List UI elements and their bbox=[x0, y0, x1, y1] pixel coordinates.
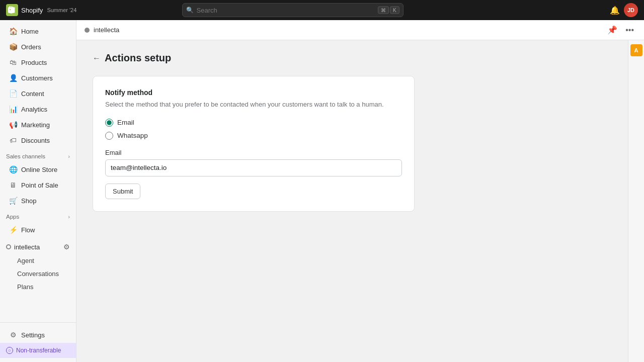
intellecta-dot-inner bbox=[7, 245, 10, 248]
discounts-icon: 🏷 bbox=[9, 136, 17, 144]
sidebar-item-content-label: Content bbox=[21, 90, 44, 98]
home-icon: 🏠 bbox=[9, 27, 17, 35]
shopify-label: Shopify bbox=[21, 7, 43, 14]
sidebar-item-online-store-label: Online Store bbox=[21, 166, 57, 173]
non-transferable-icon: ○ bbox=[6, 347, 13, 354]
page-title: Actions setup bbox=[105, 52, 171, 64]
apps-chevron[interactable]: › bbox=[68, 214, 70, 220]
sidebar-item-home[interactable]: 🏠 Home bbox=[3, 24, 73, 39]
sidebar-item-customers-label: Customers bbox=[21, 74, 53, 82]
sidebar-item-conversations[interactable]: Conversations bbox=[3, 267, 73, 280]
pin-button[interactable]: 📌 bbox=[605, 23, 619, 37]
breadcrumb-dot bbox=[85, 28, 90, 33]
radio-email-option[interactable]: Email bbox=[105, 119, 402, 127]
summer-badge: Summer '24 bbox=[47, 7, 76, 13]
radio-whatsapp-input[interactable] bbox=[105, 132, 113, 140]
intellecta-label-wrap: intellecta bbox=[6, 243, 40, 251]
sidebar-nav: 🏠 Home 📦 Orders 🛍 Products 👤 Customers 📄… bbox=[0, 20, 76, 322]
card-description: Select the method that you prefer to be … bbox=[105, 100, 402, 110]
content-area: ← Actions setup Notify method Select the… bbox=[76, 40, 628, 362]
sidebar-item-discounts-label: Discounts bbox=[21, 137, 50, 144]
sidebar-item-discounts[interactable]: 🏷 Discounts bbox=[3, 133, 73, 148]
topbar: Shopify Summer '24 🔍 ⌘ K 🔔 JD bbox=[0, 0, 644, 20]
email-input[interactable] bbox=[105, 159, 402, 176]
sidebar-item-marketing[interactable]: 📢 Marketing bbox=[3, 117, 73, 132]
sidebar-footer: ⚙ Settings ○ Non-transferable bbox=[0, 322, 76, 362]
sidebar-item-home-label: Home bbox=[21, 28, 39, 35]
shopify-icon bbox=[6, 4, 18, 16]
shopify-logo: Shopify Summer '24 bbox=[6, 4, 76, 16]
submit-button[interactable]: Submit bbox=[105, 184, 140, 199]
email-field-label: Email bbox=[105, 149, 402, 156]
sidebar-item-analytics-label: Analytics bbox=[21, 106, 47, 113]
content-wrapper: intellecta 📌 ••• ← Actions setup Notify … bbox=[76, 20, 644, 362]
breadcrumb-app-name: intellecta bbox=[94, 26, 119, 34]
k-key: K bbox=[390, 7, 399, 14]
products-icon: 🛍 bbox=[9, 58, 17, 66]
sidebar-item-products-label: Products bbox=[21, 59, 47, 66]
search-icon: 🔍 bbox=[186, 7, 194, 14]
topbar-right: 🔔 JD bbox=[610, 3, 638, 17]
breadcrumb-bar: intellecta 📌 ••• bbox=[76, 20, 644, 40]
breadcrumb-actions: 📌 ••• bbox=[605, 23, 636, 37]
main-layout: 🏠 Home 📦 Orders 🛍 Products 👤 Customers 📄… bbox=[0, 20, 644, 362]
intellecta-name: intellecta bbox=[14, 243, 40, 251]
radio-email-label: Email bbox=[117, 119, 134, 126]
right-panel: A bbox=[628, 40, 644, 362]
orders-icon: 📦 bbox=[9, 43, 17, 51]
sidebar-item-analytics[interactable]: 📊 Analytics bbox=[3, 102, 73, 117]
customers-icon: 👤 bbox=[9, 74, 17, 82]
sidebar-item-pos-label: Point of Sale bbox=[21, 182, 58, 189]
radio-whatsapp-option[interactable]: Whatsapp bbox=[105, 132, 402, 140]
sidebar-item-orders[interactable]: 📦 Orders bbox=[3, 39, 73, 54]
radio-whatsapp-label: Whatsapp bbox=[117, 132, 148, 139]
non-transferable-label: Non-transferable bbox=[16, 347, 61, 354]
card-title: Notify method bbox=[105, 88, 402, 97]
settings-icon: ⚙ bbox=[9, 331, 17, 339]
sidebar-item-shop-label: Shop bbox=[21, 197, 36, 205]
non-transferable-banner: ○ Non-transferable bbox=[0, 343, 76, 358]
sidebar-item-marketing-label: Marketing bbox=[21, 121, 50, 129]
right-panel-badge[interactable]: A bbox=[630, 44, 642, 56]
pos-icon: 🖥 bbox=[9, 181, 17, 189]
analytics-icon: 📊 bbox=[9, 105, 17, 113]
sales-channels-header: Sales channels › bbox=[0, 148, 76, 161]
content-icon: 📄 bbox=[9, 89, 17, 98]
sidebar-item-products[interactable]: 🛍 Products bbox=[3, 55, 73, 70]
marketing-icon: 📢 bbox=[9, 121, 17, 129]
content-right-split: ← Actions setup Notify method Select the… bbox=[76, 40, 644, 362]
sidebar: 🏠 Home 📦 Orders 🛍 Products 👤 Customers 📄… bbox=[0, 20, 76, 362]
sidebar-item-online-store[interactable]: 🌐 Online Store bbox=[3, 162, 73, 177]
back-button[interactable]: ← bbox=[93, 54, 101, 63]
cmd-key: ⌘ bbox=[378, 7, 389, 14]
page-title-row: ← Actions setup bbox=[93, 52, 513, 64]
sidebar-item-shop[interactable]: 🛒 Shop bbox=[3, 193, 73, 208]
radio-group: Email Whatsapp bbox=[105, 119, 402, 140]
search-input[interactable] bbox=[182, 3, 404, 17]
sidebar-item-plans[interactable]: Plans bbox=[3, 281, 73, 293]
notification-icon[interactable]: 🔔 bbox=[610, 6, 620, 15]
breadcrumb: intellecta bbox=[85, 26, 119, 34]
sidebar-item-customers[interactable]: 👤 Customers bbox=[3, 70, 73, 85]
sidebar-item-orders-label: Orders bbox=[21, 43, 41, 51]
avatar[interactable]: JD bbox=[624, 3, 638, 17]
sidebar-settings-label: Settings bbox=[21, 331, 45, 339]
intellecta-dot bbox=[6, 244, 11, 249]
flow-icon: ⚡ bbox=[9, 226, 17, 234]
more-options-button[interactable]: ••• bbox=[623, 23, 636, 37]
gear-icon[interactable]: ⚙ bbox=[63, 243, 70, 251]
apps-header: Apps › bbox=[0, 209, 76, 222]
sidebar-item-flow[interactable]: ⚡ Flow bbox=[3, 222, 73, 237]
search-bar[interactable]: 🔍 ⌘ K bbox=[182, 3, 404, 17]
sidebar-item-agent[interactable]: Agent bbox=[3, 254, 73, 267]
intellecta-section: intellecta ⚙ Agent Conversations Plans bbox=[0, 238, 76, 296]
sidebar-item-content[interactable]: 📄 Content bbox=[3, 86, 73, 101]
sales-channels-chevron[interactable]: › bbox=[68, 153, 70, 159]
shop-icon: 🛒 bbox=[9, 197, 17, 205]
main-content: ← Actions setup Notify method Select the… bbox=[76, 40, 529, 224]
radio-email-input[interactable] bbox=[105, 119, 113, 127]
online-store-icon: 🌐 bbox=[9, 165, 17, 173]
intellecta-header[interactable]: intellecta ⚙ bbox=[0, 240, 76, 254]
sidebar-item-point-of-sale[interactable]: 🖥 Point of Sale bbox=[3, 177, 73, 193]
sidebar-item-settings[interactable]: ⚙ Settings bbox=[3, 327, 73, 342]
